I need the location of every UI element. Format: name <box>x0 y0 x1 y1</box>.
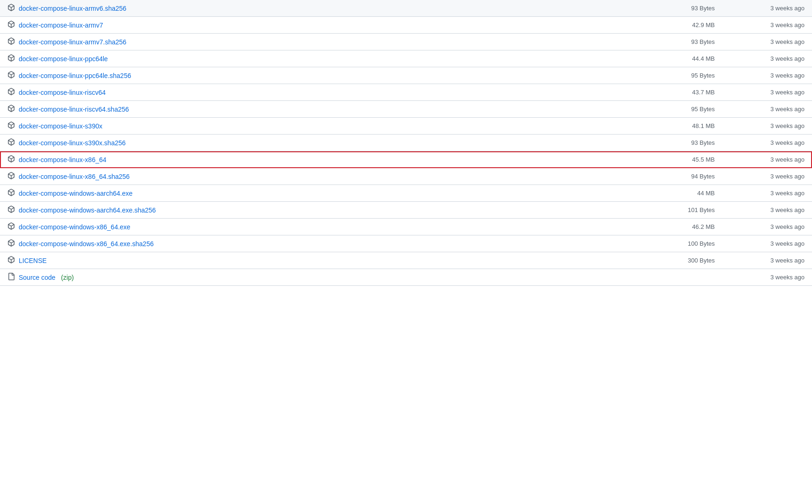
file-name-link[interactable]: docker-compose-linux-s390x.sha256 <box>19 139 126 147</box>
file-date: 3 weeks ago <box>730 206 805 213</box>
table-row: docker-compose-linux-x86_6445.5 MB3 week… <box>0 151 812 168</box>
table-row: docker-compose-linux-ppc64le44.4 MB3 wee… <box>0 50 812 67</box>
file-icon <box>7 21 15 29</box>
file-size: 43.7 MB <box>655 89 730 96</box>
file-size: 100 Bytes <box>655 240 730 247</box>
file-name-link[interactable]: docker-compose-windows-x86_64.exe.sha256 <box>19 240 154 248</box>
file-name-suffix: (zip) <box>61 274 74 281</box>
file-size: 93 Bytes <box>655 38 730 45</box>
file-date: 3 weeks ago <box>730 38 805 45</box>
file-size: 93 Bytes <box>655 5 730 12</box>
file-name-link[interactable]: docker-compose-windows-aarch64.exe.sha25… <box>19 206 156 214</box>
file-name-link[interactable]: docker-compose-linux-x86_64.sha256 <box>19 173 129 180</box>
file-name-link[interactable]: docker-compose-linux-ppc64le <box>19 55 108 63</box>
table-row: docker-compose-linux-armv7.sha25693 Byte… <box>0 34 812 50</box>
table-row: docker-compose-windows-aarch64.exe44 MB3… <box>0 185 812 202</box>
table-row: docker-compose-windows-aarch64.exe.sha25… <box>0 202 812 219</box>
file-icon <box>7 88 15 97</box>
file-name-link[interactable]: docker-compose-linux-x86_64 <box>19 156 107 163</box>
file-size: 46.2 MB <box>655 223 730 230</box>
file-date: 3 weeks ago <box>730 106 805 113</box>
file-size: 45.5 MB <box>655 156 730 163</box>
table-row: Source code(zip)3 weeks ago <box>0 269 812 286</box>
file-icon <box>7 105 15 114</box>
file-size: 48.1 MB <box>655 122 730 129</box>
file-icon <box>7 273 15 282</box>
file-name-link[interactable]: docker-compose-linux-s390x <box>19 122 102 130</box>
table-row: docker-compose-linux-riscv6443.7 MB3 wee… <box>0 84 812 101</box>
file-size: 44 MB <box>655 190 730 197</box>
file-icon <box>7 155 15 164</box>
file-name-link[interactable]: docker-compose-linux-riscv64.sha256 <box>19 106 129 113</box>
file-date: 3 weeks ago <box>730 190 805 197</box>
file-size: 95 Bytes <box>655 72 730 79</box>
table-row: docker-compose-linux-riscv64.sha25695 By… <box>0 101 812 118</box>
table-row: docker-compose-windows-x86_64.exe.sha256… <box>0 235 812 252</box>
file-date: 3 weeks ago <box>730 139 805 146</box>
file-icon <box>7 121 15 130</box>
file-icon <box>7 138 15 147</box>
table-row: docker-compose-linux-s390x48.1 MB3 weeks… <box>0 118 812 135</box>
file-date: 3 weeks ago <box>730 240 805 247</box>
table-row: docker-compose-linux-s390x.sha25693 Byte… <box>0 135 812 151</box>
file-icon <box>7 172 15 181</box>
file-date: 3 weeks ago <box>730 21 805 28</box>
file-date: 3 weeks ago <box>730 122 805 129</box>
file-size: 44.4 MB <box>655 55 730 62</box>
file-icon <box>7 256 15 265</box>
file-name-link[interactable]: docker-compose-linux-armv6.sha256 <box>19 5 126 12</box>
file-name-link[interactable]: LICENSE <box>19 257 47 264</box>
table-row: docker-compose-linux-armv6.sha25693 Byte… <box>0 0 812 17</box>
file-icon <box>7 4 15 13</box>
file-size: 94 Bytes <box>655 173 730 180</box>
file-name-link[interactable]: docker-compose-linux-ppc64le.sha256 <box>19 72 131 79</box>
file-name-link[interactable]: docker-compose-windows-aarch64.exe <box>19 190 133 197</box>
file-icon <box>7 239 15 248</box>
file-list: docker-compose-linux-armv6.sha25693 Byte… <box>0 0 812 286</box>
file-date: 3 weeks ago <box>730 223 805 230</box>
file-icon <box>7 206 15 214</box>
file-icon <box>7 222 15 231</box>
table-row: LICENSE300 Bytes3 weeks ago <box>0 252 812 269</box>
file-size: 101 Bytes <box>655 206 730 213</box>
table-row: docker-compose-linux-x86_64.sha25694 Byt… <box>0 168 812 185</box>
file-date: 3 weeks ago <box>730 5 805 12</box>
file-date: 3 weeks ago <box>730 156 805 163</box>
file-size: 95 Bytes <box>655 106 730 113</box>
table-row: docker-compose-linux-armv742.9 MB3 weeks… <box>0 17 812 34</box>
file-size: 300 Bytes <box>655 257 730 264</box>
file-date: 3 weeks ago <box>730 257 805 264</box>
table-row: docker-compose-windows-x86_64.exe46.2 MB… <box>0 219 812 235</box>
file-icon <box>7 54 15 63</box>
file-date: 3 weeks ago <box>730 72 805 79</box>
file-date: 3 weeks ago <box>730 274 805 281</box>
file-name-link[interactable]: docker-compose-linux-riscv64 <box>19 89 106 96</box>
table-row: docker-compose-linux-ppc64le.sha25695 By… <box>0 67 812 84</box>
file-icon <box>7 37 15 46</box>
file-name-link[interactable]: docker-compose-windows-x86_64.exe <box>19 223 130 231</box>
file-date: 3 weeks ago <box>730 173 805 180</box>
file-name-link[interactable]: docker-compose-linux-armv7 <box>19 21 103 29</box>
file-size: 42.9 MB <box>655 21 730 28</box>
file-size: 93 Bytes <box>655 139 730 146</box>
file-icon <box>7 189 15 198</box>
file-date: 3 weeks ago <box>730 55 805 62</box>
file-name-link[interactable]: Source code <box>19 274 56 281</box>
file-icon <box>7 71 15 80</box>
file-name-link[interactable]: docker-compose-linux-armv7.sha256 <box>19 38 126 46</box>
file-date: 3 weeks ago <box>730 89 805 96</box>
